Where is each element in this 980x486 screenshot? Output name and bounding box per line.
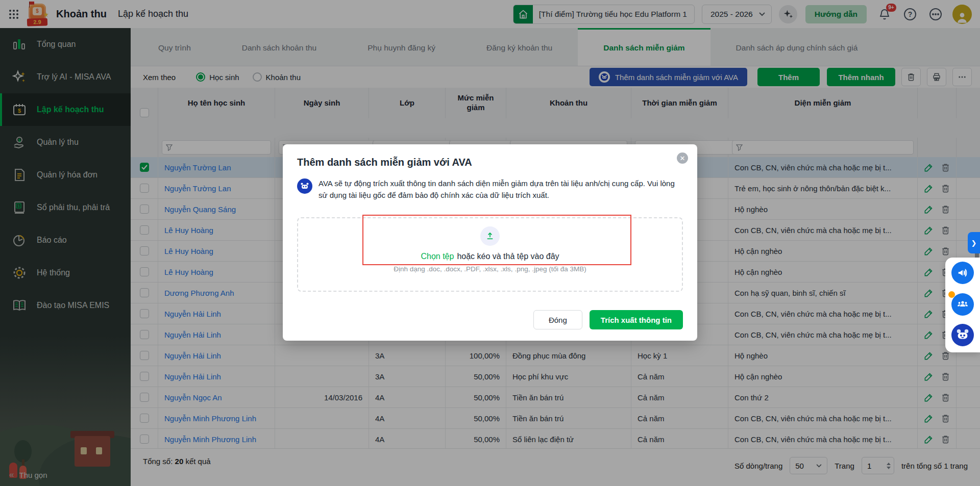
ava-bot-icon (297, 178, 312, 194)
ava-upload-modal: ✕ Thêm danh sách miễn giảm với AVA AVA s… (283, 144, 697, 341)
format-hint: Định dạng .doc, .docx, .PDF, .xlsx, .xls… (394, 265, 586, 273)
community-button[interactable] (951, 293, 974, 316)
choose-file-link[interactable]: Chọn tệp (421, 252, 454, 261)
modal-title: Thêm danh sách miễn giảm với AVA (283, 144, 697, 168)
megaphone-icon (957, 267, 968, 278)
file-dropzone[interactable]: Chọn tệphoặc kéo và thả tệp vào đây Định… (297, 217, 683, 292)
announcement-button[interactable] (951, 262, 974, 284)
upload-icon (480, 226, 500, 246)
modal-close-icon[interactable]: ✕ (677, 152, 688, 164)
side-panel-toggle[interactable]: ❯ (968, 232, 980, 253)
floating-widget-panel (945, 258, 980, 352)
extract-info-button[interactable]: Trích xuất thông tin (590, 310, 683, 329)
ava-assistant-button[interactable] (951, 324, 974, 346)
community-notification-dot (948, 291, 955, 298)
people-icon (957, 298, 969, 311)
modal-description: AVA sẽ tự động trích xuất thông tin danh… (318, 177, 683, 201)
modal-close-button[interactable]: Đóng (533, 310, 582, 329)
drop-hint: hoặc kéo và thả tệp vào đây (457, 252, 559, 261)
ava-panda-icon (955, 327, 970, 343)
